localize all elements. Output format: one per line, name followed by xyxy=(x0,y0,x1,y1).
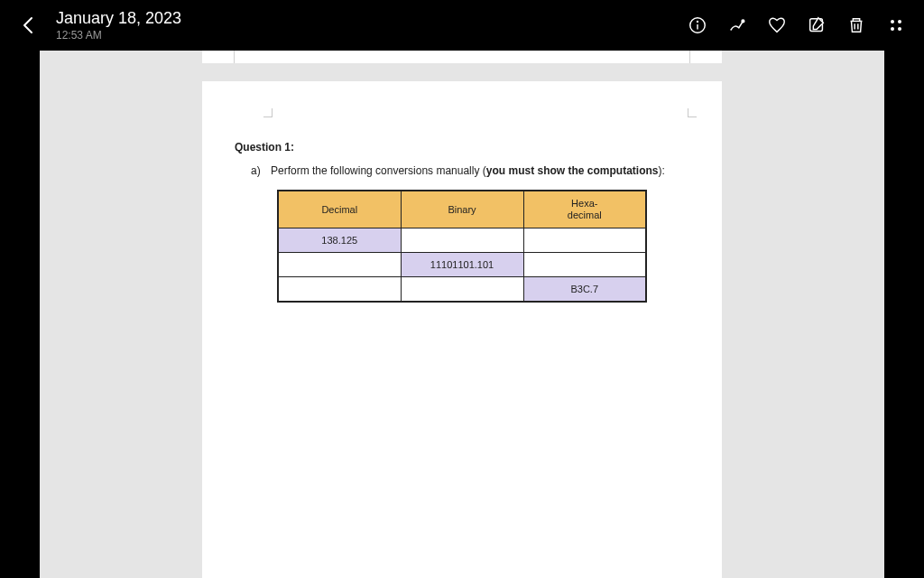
cell-hex xyxy=(523,228,646,253)
crop-mark-top-left xyxy=(263,108,273,117)
toolbar-icons xyxy=(688,15,906,35)
sub-a-bold: you must show the computations xyxy=(486,164,659,177)
cell-decimal: 138.125 xyxy=(278,228,401,253)
cell-decimal xyxy=(278,253,401,277)
sub-a-text-before: Perform the following conversions manual… xyxy=(271,164,486,177)
cell-decimal xyxy=(278,277,401,303)
question-sub-a: a) Perform the following conversions man… xyxy=(235,164,689,177)
document-canvas[interactable]: Question 1: a) Perform the following con… xyxy=(40,0,884,578)
cell-binary xyxy=(401,277,523,303)
heart-icon xyxy=(767,15,787,35)
back-button[interactable] xyxy=(18,14,40,36)
col-binary: Binary xyxy=(401,191,523,228)
document-page: Question 1: a) Perform the following con… xyxy=(202,81,722,578)
edit-icon xyxy=(807,15,827,35)
svg-point-2 xyxy=(698,21,698,22)
col-decimal: Decimal xyxy=(278,191,401,228)
table-row: 11101101.101 xyxy=(278,253,646,277)
chevron-left-icon xyxy=(18,14,40,36)
cell-hex xyxy=(523,253,646,277)
grid-dots-icon xyxy=(891,20,902,32)
info-icon xyxy=(688,15,707,35)
table-row: 138.125 xyxy=(278,228,646,253)
title-block: January 18, 2023 12:53 AM xyxy=(56,9,181,42)
edit-button[interactable] xyxy=(807,15,827,35)
draw-icon xyxy=(727,15,747,35)
info-button[interactable] xyxy=(688,15,707,35)
conversion-table: Decimal Binary Hexa- decimal 138.125 111… xyxy=(277,190,647,303)
top-bar: January 18, 2023 12:53 AM xyxy=(0,0,924,51)
crop-mark-top-right xyxy=(688,108,697,117)
table-row: B3C.7 xyxy=(278,277,646,303)
cell-binary xyxy=(401,228,523,253)
sub-a-text-after: ): xyxy=(658,164,664,177)
question-title: Question 1: xyxy=(235,141,689,154)
draw-button[interactable] xyxy=(727,15,747,35)
more-button[interactable] xyxy=(886,15,906,35)
table-header-row: Decimal Binary Hexa- decimal xyxy=(278,191,646,228)
note-time: 12:53 AM xyxy=(56,29,181,42)
svg-point-3 xyxy=(742,20,744,23)
col-hex: Hexa- decimal xyxy=(523,191,646,228)
favorite-button[interactable] xyxy=(767,15,787,35)
trash-icon xyxy=(846,15,866,35)
cell-hex: B3C.7 xyxy=(523,277,646,303)
delete-button[interactable] xyxy=(846,15,866,35)
cell-binary: 11101101.101 xyxy=(401,253,523,277)
sub-a-prefix: a) xyxy=(251,164,261,177)
note-date: January 18, 2023 xyxy=(56,9,181,29)
